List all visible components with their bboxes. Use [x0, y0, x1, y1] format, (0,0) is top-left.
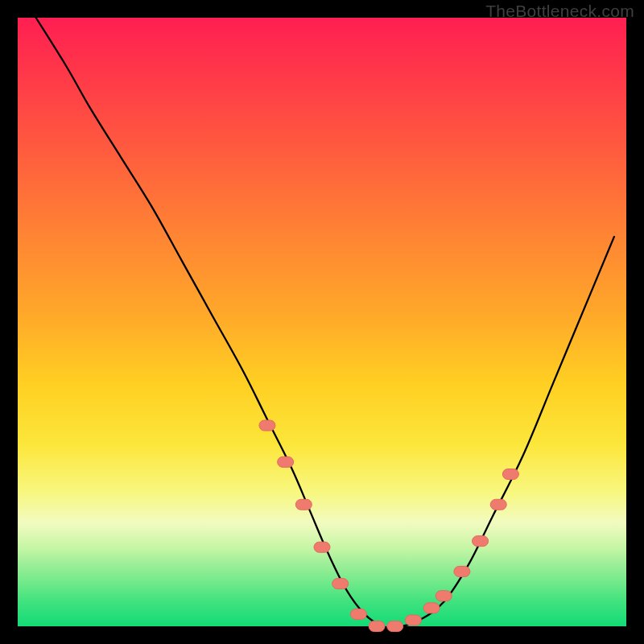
curve-marker	[454, 566, 470, 576]
curve-marker	[473, 536, 489, 547]
curve-marker	[278, 456, 294, 467]
curve-marker	[350, 609, 366, 619]
curve-markers	[259, 420, 518, 631]
chart-svg	[18, 18, 626, 626]
curve-marker	[490, 499, 506, 510]
curve-marker	[314, 542, 330, 552]
curve-marker	[332, 579, 349, 589]
curve-marker	[436, 591, 452, 601]
plot-area	[18, 18, 626, 626]
curve-marker	[369, 621, 385, 632]
curve-marker	[405, 615, 421, 625]
curve-marker	[259, 420, 275, 431]
curve-marker	[502, 469, 518, 480]
curve-line	[36, 18, 614, 628]
chart-frame: TheBottleneck.com	[0, 0, 644, 644]
curve-marker	[295, 499, 312, 510]
curve-marker	[423, 603, 440, 613]
curve-marker	[387, 621, 403, 632]
